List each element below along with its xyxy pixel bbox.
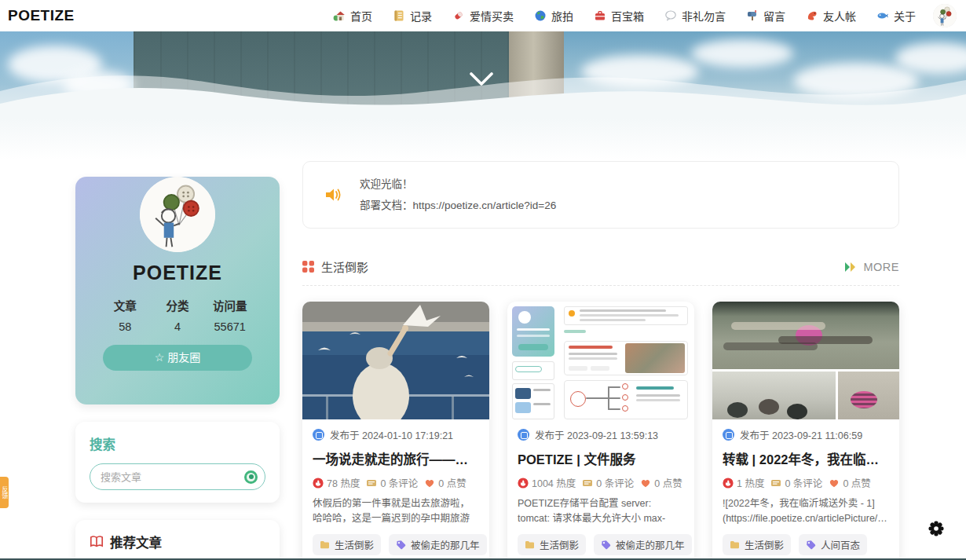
calendar-icon: [313, 429, 324, 441]
nav-item-message-board[interactable]: 留言: [746, 8, 785, 24]
stat-categories: 分类 4: [152, 297, 204, 333]
more-link[interactable]: MORE: [844, 261, 900, 273]
heart-icon: [829, 478, 840, 489]
stat-value: 58: [99, 320, 152, 333]
category-tag[interactable]: 生活倒影: [518, 534, 586, 555]
stat-label: 访问量: [203, 297, 256, 313]
tag-icon: [396, 540, 406, 550]
website-screenshot: [507, 302, 694, 419]
tag-label: 生活倒影: [540, 537, 579, 552]
nav-item-label: 旅拍: [551, 8, 573, 24]
tag-label: 生活倒影: [335, 537, 374, 552]
article-cards-row: 发布于 2024-01-10 17:19:21 一场说走就走的旅行——… 78 …: [302, 302, 899, 560]
notebook-icon: [393, 9, 405, 22]
folder-icon: [320, 540, 330, 550]
topic-tag[interactable]: 被偷走的那几年: [389, 534, 487, 555]
article-title: POETIZE | 文件服务: [518, 449, 684, 468]
profile-stats: 文章 58 分类 4 访问量 55671: [99, 297, 256, 333]
stat-label: 文章: [99, 297, 152, 313]
nav-item-label: 首页: [350, 8, 372, 24]
nav-item-toolbox[interactable]: 百宝箱: [594, 8, 644, 24]
comment-count: 0 条评论: [596, 475, 634, 490]
article-date: 发布于 2023-09-21 11:06:59: [740, 427, 862, 442]
article-body: 发布于 2023-09-21 13:59:13 POETIZE | 文件服务 1…: [507, 419, 694, 560]
nav-item-home[interactable]: 首页: [333, 8, 372, 24]
banner-fade: [0, 119, 966, 160]
announcement-card: 欢迎光临！ 部署文档：https://poetize.cn/article?id…: [302, 161, 899, 229]
mailbox-icon: [746, 9, 759, 22]
folder-icon: [525, 540, 535, 550]
article-body: 发布于 2023-09-21 11:06:59 转载 | 2022年冬，我在临……: [712, 419, 899, 560]
heat-count: 1004 热度: [532, 475, 576, 490]
speech-bubble-icon: [664, 9, 677, 22]
fire-icon: [723, 478, 734, 489]
article-card[interactable]: 发布于 2023-09-21 11:06:59 转载 | 2022年冬，我在临……: [712, 302, 899, 560]
category-tag[interactable]: 生活倒影: [313, 534, 381, 555]
nav-item-label: 记录: [410, 8, 432, 24]
friend-circle-button[interactable]: ☆ 朋友圈: [103, 345, 252, 371]
stat-articles: 文章 58: [99, 297, 152, 333]
topic-tag[interactable]: 人间百态: [799, 534, 867, 555]
welcome-line-2: 部署文档：https://poetize.cn/article?id=26: [360, 195, 556, 216]
heart-icon: [424, 478, 435, 489]
nav-item-no-evil-words[interactable]: 非礼勿言: [664, 8, 726, 24]
article-date-row: 发布于 2023-09-21 11:06:59: [723, 427, 889, 442]
sea-photo: [302, 302, 489, 419]
like-count: 0 点赞: [654, 475, 682, 490]
user-avatar[interactable]: [933, 4, 957, 27]
nav-item-friends[interactable]: 友人帐: [806, 8, 856, 24]
main-content: 欢迎光临！ 部署文档：https://poetize.cn/article?id…: [302, 161, 899, 560]
collage-photo-bottom-right: [838, 372, 899, 420]
tag-label: 生活倒影: [745, 537, 784, 552]
nav-item-records[interactable]: 记录: [393, 8, 432, 24]
nav-item-label: 留言: [763, 8, 785, 24]
nav-item-love-trade[interactable]: 爱情买卖: [452, 8, 514, 24]
more-label: MORE: [864, 261, 900, 273]
stat-value: 4: [152, 320, 204, 333]
comment-count: 0 条评论: [785, 475, 822, 490]
article-stats: 1004 热度 0 条评论 0 点赞: [518, 475, 684, 490]
avatar-image: [140, 177, 215, 252]
article-tags: 生活倒影 被偷走的那几年: [518, 534, 684, 555]
sidebar: POETIZE 文章 58 分类 4 访问量 55671 ☆ 朋友圈 搜索: [75, 161, 280, 560]
fire-icon: [313, 478, 324, 489]
tag-icon: [806, 540, 816, 550]
profile-card[interactable]: POETIZE 文章 58 分类 4 访问量 55671 ☆ 朋友圈: [75, 177, 280, 404]
search-box: [90, 463, 265, 490]
recommend-header: 推荐文章: [90, 533, 265, 551]
search-input[interactable]: [101, 471, 244, 483]
nav-item-about[interactable]: 关于: [876, 8, 916, 24]
article-card[interactable]: 发布于 2024-01-10 17:19:21 一场说走就走的旅行——… 78 …: [302, 302, 489, 560]
collage-photo-top: [712, 302, 899, 369]
article-excerpt: 休假后的第一件事就是出去旅游啦，哈哈哈，这是一篇迟到的孕中期旅游分享贴…: [313, 496, 479, 526]
fish-icon: [876, 9, 889, 22]
nav-item-travel[interactable]: 旅拍: [534, 8, 573, 24]
heat-count: 1 热度: [737, 475, 764, 490]
gear-icon[interactable]: [928, 521, 944, 536]
search-icon[interactable]: [244, 470, 258, 484]
welcome-line-1: 欢迎光临！: [360, 174, 556, 195]
folder-icon: [730, 540, 740, 550]
open-book-icon: [90, 535, 104, 549]
topic-tag[interactable]: 被偷走的那几年: [594, 534, 692, 555]
article-image: [507, 302, 694, 419]
section-title: 生活倒影: [321, 258, 368, 275]
article-tags: 生活倒影 人间百态: [723, 534, 889, 555]
calendar-icon: [723, 429, 734, 441]
article-excerpt: POETIZE存储平台配置 server: tomcat: 请求体最大允许大小 …: [518, 496, 684, 526]
feedback-tab[interactable]: 反馈: [0, 477, 9, 508]
article-card[interactable]: 发布于 2023-09-21 13:59:13 POETIZE | 文件服务 1…: [507, 302, 694, 560]
recommend-title: 推荐文章: [110, 533, 162, 551]
nav-item-label: 爱情买卖: [470, 8, 514, 24]
like-count: 0 点赞: [843, 475, 870, 490]
top-navbar: POETIZE 首页 记录 爱情买卖 旅拍 百宝箱: [0, 0, 966, 31]
article-title: 转载 | 2022年冬，我在临…: [723, 449, 889, 468]
nav-item-label: 非礼勿言: [682, 8, 726, 24]
nav-menu: 首页 记录 爱情买卖 旅拍 百宝箱 非礼勿言: [333, 8, 916, 24]
site-logo[interactable]: POETIZE: [8, 7, 75, 24]
search-card-title: 搜索: [90, 434, 265, 453]
article-image: [712, 302, 899, 419]
speaker-icon: [324, 185, 342, 204]
chevron-down-icon[interactable]: [470, 72, 493, 88]
category-tag[interactable]: 生活倒影: [723, 534, 791, 555]
